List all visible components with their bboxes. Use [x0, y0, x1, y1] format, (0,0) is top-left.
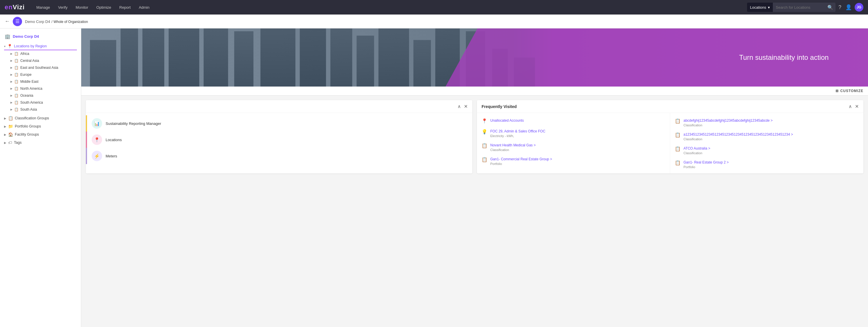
- freq-icon-1: 💡: [482, 129, 487, 134]
- freq-link-r1[interactable]: a123451234512345123451234512345123451234…: [683, 132, 793, 136]
- expand-icon: ▶: [10, 52, 12, 55]
- search-button[interactable]: 🔍: [825, 3, 836, 11]
- srm-label: Sustainability Reporting Manager: [105, 121, 161, 126]
- svg-rect-9: [331, 28, 352, 86]
- back-button[interactable]: ←: [5, 18, 10, 24]
- freq-item-r2[interactable]: 📋 ATCO Australia > Classification: [670, 143, 863, 157]
- region-label: South America: [20, 101, 43, 105]
- search-input[interactable]: [773, 3, 825, 11]
- search-dropdown[interactable]: Locations ▾: [747, 3, 773, 12]
- freq-sub-r3: Portfolio: [683, 165, 859, 169]
- sidebar-locations-by-region[interactable]: ▾ 📍 Locations by Region: [0, 42, 81, 50]
- notifications-icon[interactable]: 👤: [845, 4, 852, 10]
- avatar[interactable]: JG: [855, 3, 863, 11]
- nav-admin[interactable]: Admin: [135, 3, 153, 11]
- freq-link-r2[interactable]: ATCO Australia >: [683, 146, 710, 151]
- sidebar-portfolio-groups[interactable]: ▶ 📁 Portfolio Groups: [0, 122, 81, 130]
- breadcrumb-bar: ← ☰ Demo Corp D4 / Whole of Organization: [0, 15, 868, 28]
- freq-item-1[interactable]: 💡 FOC 29, Admin & Sales Office FOC Elect…: [477, 126, 670, 140]
- freq-item-2[interactable]: 📋 Novant Health Medical Gas > Classifica…: [477, 140, 670, 154]
- locations-shortcut-label: Locations: [105, 138, 122, 142]
- svg-rect-4: [168, 28, 199, 86]
- sidebar-item-europe[interactable]: ▶ 📋 Europe: [0, 71, 81, 78]
- freq-item-0[interactable]: 📍 Unallocated Accounts: [477, 115, 670, 126]
- region-icon: 📋: [14, 59, 19, 63]
- svg-rect-6: [234, 31, 253, 86]
- expand-icon: ▶: [10, 80, 12, 83]
- region-label: Africa: [20, 52, 29, 56]
- top-nav-right: Locations ▾ 🔍 ? 👤 JG: [747, 3, 863, 12]
- freq-link-2[interactable]: Novant Health Medical Gas >: [490, 143, 535, 147]
- freq-link-3[interactable]: Gan1- Commercial Real Estate Group >: [490, 157, 552, 161]
- sidebar-locations-section: ▾ 📍 Locations by Region ▶ 📋 Africa ▶ 📋 C…: [0, 41, 81, 114]
- sidebar-item-africa[interactable]: ▶ 📋 Africa: [0, 50, 81, 57]
- locations-icon: 📍: [92, 134, 102, 145]
- sidebar-item-south-asia[interactable]: ▶ 📋 South Asia: [0, 106, 81, 113]
- freq-link-1[interactable]: FOC 29, Admin & Sales Office FOC: [490, 129, 546, 133]
- panel-close-button[interactable]: ✕: [464, 104, 468, 109]
- svg-rect-7: [260, 28, 296, 86]
- freq-item-r0[interactable]: 📋 abcdefghij12345abcdefghij12345abcdefgh…: [670, 115, 863, 129]
- freq-link-r0[interactable]: abcdefghij12345abcdefghij12345abcdefghij…: [683, 118, 773, 122]
- classification-icon: 📋: [8, 116, 13, 120]
- freq-link-0[interactable]: Unallocated Accounts: [490, 118, 524, 122]
- logo-vizi: Vizi: [13, 3, 25, 11]
- shortcut-item-meters[interactable]: ⚡ Meters: [86, 148, 472, 164]
- sidebar-facility-groups[interactable]: ▶ 🏠 Facility Groups: [0, 130, 81, 138]
- main-layout: 🏢 Demo Corp D4 ▾ 📍 Locations by Region ▶…: [0, 28, 868, 327]
- freq-panel-close-button[interactable]: ✕: [855, 104, 859, 109]
- nav-verify[interactable]: Verify: [55, 3, 71, 11]
- nav-monitor[interactable]: Monitor: [72, 3, 92, 11]
- nav-optimize[interactable]: Optimize: [93, 3, 115, 11]
- sidebar-tags[interactable]: ▶ 🏷 Tags: [0, 138, 81, 147]
- freq-icon-2: 📋: [482, 143, 487, 148]
- sidebar-org[interactable]: 🏢 Demo Corp D4: [0, 32, 81, 41]
- customize-button[interactable]: ⊞ CUSTOMIZE: [836, 89, 863, 93]
- expand-icon: ▶: [10, 108, 12, 111]
- freq-panel-collapse-button[interactable]: ∧: [848, 104, 852, 109]
- freq-col-left: 📍 Unallocated Accounts 💡 FOC 29, Admin &…: [477, 113, 670, 173]
- region-icon: 📋: [14, 86, 19, 90]
- nav-manage[interactable]: Manage: [33, 3, 53, 11]
- freq-item-r1[interactable]: 📋 a1234512345123451234512345123451234512…: [670, 129, 863, 143]
- region-icon: 📋: [14, 107, 19, 111]
- freq-icon-3: 📋: [482, 157, 487, 162]
- freq-icon-r3: 📋: [675, 160, 681, 166]
- sidebar-item-south-america[interactable]: ▶ 📋 South America: [0, 99, 81, 106]
- sidebar-toggle[interactable]: ☰: [13, 17, 22, 26]
- expand-icon: ▶: [4, 117, 6, 120]
- svg-rect-2: [121, 28, 138, 86]
- freq-item-3[interactable]: 📋 Gan1- Commercial Real Estate Group > P…: [477, 154, 670, 168]
- freq-item-r3[interactable]: 📋 Gan1- Real Estate Group 2 > Portfolio: [670, 157, 863, 171]
- expand-icon: ▶: [10, 59, 12, 62]
- shortcut-item-locations[interactable]: 📍 Locations: [86, 132, 472, 148]
- shortcut-item-srm[interactable]: 📊 Sustainability Reporting Manager: [86, 115, 472, 132]
- sidebar-item-central-asia[interactable]: ▶ 📋 Central Asia: [0, 57, 81, 64]
- freq-content-3: Gan1- Commercial Real Estate Group > Por…: [490, 156, 665, 166]
- search-icon: 🔍: [827, 5, 833, 10]
- panels-row: ∧ ✕ 📊 Sustainability Reporting Manager 📍…: [81, 96, 868, 178]
- app-logo[interactable]: enVizi: [5, 3, 25, 11]
- classification-label: Classification Groups: [15, 116, 49, 120]
- help-icon[interactable]: ?: [838, 4, 841, 10]
- freq-link-r3[interactable]: Gan1- Real Estate Group 2 >: [683, 160, 729, 164]
- sidebar-item-oceania[interactable]: ▶ 📋 Oceania: [0, 92, 81, 99]
- sidebar-org-label: Demo Corp D4: [13, 34, 39, 38]
- freq-col-right: 📋 abcdefghij12345abcdefghij12345abcdefgh…: [670, 113, 863, 173]
- expand-icon: ▶: [10, 94, 12, 97]
- svg-rect-12: [413, 40, 431, 86]
- sidebar-classification-groups[interactable]: ▶ 📋 Classification Groups: [0, 114, 81, 122]
- sidebar-item-north-america[interactable]: ▶ 📋 North America: [0, 85, 81, 92]
- sidebar-item-east-southeast-asia[interactable]: ▶ 📋 East and Southeast Asia: [0, 64, 81, 71]
- panel-collapse-button[interactable]: ∧: [458, 104, 461, 109]
- freq-content-2: Novant Health Medical Gas > Classificati…: [490, 142, 665, 152]
- nav-report[interactable]: Report: [116, 3, 134, 11]
- freq-icon-0: 📍: [482, 118, 487, 124]
- breadcrumb-sub: Whole of Organization: [53, 20, 88, 24]
- freq-content-r1: a123451234512345123451234512345123451234…: [683, 132, 859, 141]
- sidebar-item-middle-east[interactable]: ▶ 📋 Middle East: [0, 78, 81, 85]
- freq-content-r3: Gan1- Real Estate Group 2 > Portfolio: [683, 159, 859, 169]
- shortcuts-panel: ∧ ✕ 📊 Sustainability Reporting Manager 📍…: [86, 100, 472, 173]
- meters-label: Meters: [105, 154, 117, 158]
- customize-label: CUSTOMIZE: [840, 89, 863, 93]
